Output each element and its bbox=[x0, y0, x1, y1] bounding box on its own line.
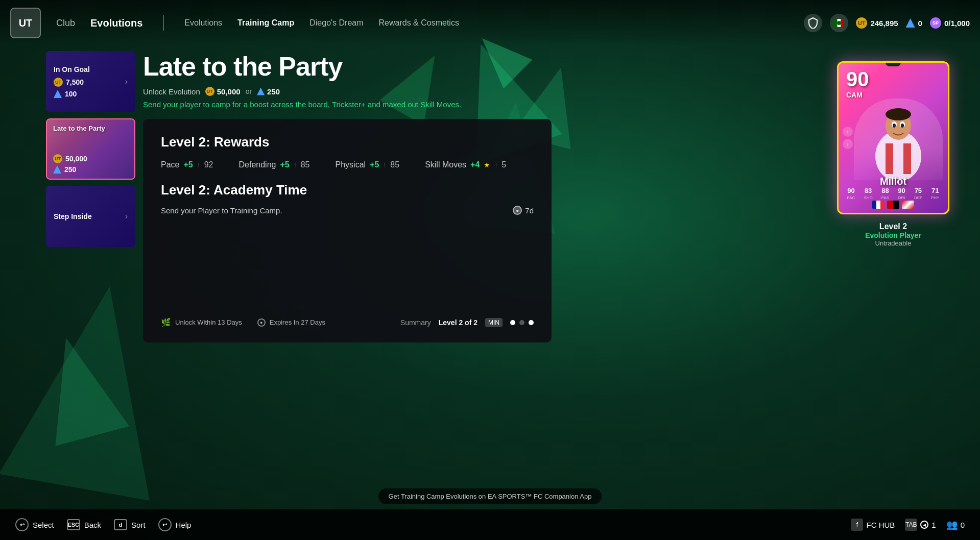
bottom-bar: ↩ Select ESC Back d Sort ↩ Help f FC HUB… bbox=[0, 509, 980, 540]
sort-key-icon: d bbox=[114, 519, 127, 530]
stat-value-physical: 85 bbox=[390, 160, 399, 169]
help-label: Help bbox=[176, 521, 192, 529]
cost-coins-1: UT 7,500 bbox=[54, 78, 90, 87]
nav-club[interactable]: Club bbox=[56, 18, 75, 29]
unlock-cost-pts: 250 bbox=[257, 87, 280, 96]
expire-clock-icon: ● bbox=[257, 318, 266, 327]
pts-amount-1: 100 bbox=[65, 90, 77, 98]
left-sidebar: In On Goal UT 7,500 100 › Late to the Pa… bbox=[46, 51, 135, 247]
stat-value-pace: 92 bbox=[204, 160, 213, 169]
club-badge bbox=[902, 201, 914, 209]
level-dot-1 bbox=[510, 320, 515, 325]
sidebar-card-label-2: Late to the Party bbox=[53, 125, 128, 132]
unlock-within-item: 🌿 Unlock Within 13 Days bbox=[161, 317, 242, 327]
unlock-pts: 250 bbox=[267, 87, 280, 96]
stat-name-pace: Pace bbox=[161, 160, 179, 169]
svg-point-12 bbox=[901, 124, 904, 128]
card-stat-phy: 71 PHY bbox=[931, 187, 939, 200]
level-indicator: Level 2 of 2 bbox=[439, 318, 477, 327]
card-stat-dri: 90 DRI bbox=[898, 187, 905, 200]
bottom-right: f FC HUB TAB ◄ 1 👥 0 bbox=[851, 519, 965, 531]
tab-icon: TAB bbox=[905, 519, 917, 531]
stat-sho-value: 83 bbox=[865, 187, 872, 194]
player-silhouette bbox=[854, 99, 943, 180]
arrow-down: ↓ bbox=[843, 139, 853, 149]
academy-content: Send your Player to Training Camp. ● 7d bbox=[161, 206, 534, 215]
card-arrows: ↑ ↓ bbox=[843, 127, 853, 149]
star-icon-skill: ★ bbox=[484, 161, 490, 169]
fc-hub-label: FC HUB bbox=[866, 521, 895, 529]
point-icon-sidebar-2 bbox=[53, 165, 61, 174]
nav-diegos-dream[interactable]: Diego's Dream bbox=[309, 18, 363, 28]
nav-links: Club Evolutions Evolutions Training Camp… bbox=[56, 15, 804, 31]
coins-display: UT 246,895 bbox=[856, 17, 898, 29]
card-stat-pac: 90 PAC bbox=[847, 187, 855, 200]
svg-rect-2 bbox=[841, 19, 845, 27]
sort-button[interactable]: d Sort bbox=[114, 519, 146, 530]
stat-boost-skill: +4 bbox=[470, 160, 480, 169]
footer-left: 🌿 Unlock Within 13 Days ● Expires In 27 … bbox=[161, 317, 325, 327]
reward-physical: Physical +5 ↑ 85 bbox=[336, 160, 400, 169]
pts-icon-unlock bbox=[257, 88, 265, 95]
sidebar-card-costs-2: UT 50,000 250 bbox=[53, 154, 128, 174]
france-flag bbox=[872, 201, 885, 209]
nav-separator bbox=[163, 15, 164, 31]
f-icon: f bbox=[851, 519, 863, 531]
nav-rewards-cosmetics[interactable]: Rewards & Cosmetics bbox=[379, 18, 459, 28]
flag-icon-btn[interactable] bbox=[830, 14, 848, 32]
unlock-info: Unlock Evolution UT 50,000 or 250 bbox=[143, 87, 949, 96]
card-evo-text: Evolution Player bbox=[865, 231, 921, 239]
sidebar-item-step-inside[interactable]: Step Inside › bbox=[46, 186, 135, 247]
summary-label: Summary bbox=[400, 318, 431, 327]
players-count-item[interactable]: 👥 0 bbox=[946, 519, 965, 530]
active-card-content: Late to the Party UT 50,000 250 bbox=[47, 119, 134, 179]
academy-description: Send your Player to Training Camp. bbox=[161, 206, 282, 215]
page-title: Late to the Party bbox=[143, 51, 949, 82]
help-button[interactable]: ↩ Help bbox=[158, 518, 192, 531]
logo-area[interactable]: UT bbox=[10, 8, 41, 38]
fc-hub-item[interactable]: f FC HUB bbox=[851, 519, 895, 531]
stat-dri-value: 90 bbox=[898, 187, 905, 194]
rewards-panel: Level 2: Rewards Pace +5 ↑ 92 Defending … bbox=[143, 119, 552, 342]
stat-phy-label: PHY bbox=[931, 195, 939, 200]
stat-arrow-physical: ↑ bbox=[383, 161, 386, 168]
select-label: Select bbox=[33, 521, 54, 529]
stat-dri-label: DRI bbox=[898, 195, 905, 200]
arrow-up: ↑ bbox=[843, 127, 853, 137]
shield-icon-btn[interactable] bbox=[804, 14, 822, 32]
nav-evolutions-sub[interactable]: Evolutions bbox=[184, 18, 222, 28]
stat-arrow-skill: ↑ bbox=[494, 161, 497, 168]
svg-point-11 bbox=[893, 124, 896, 128]
sp-amount: 0/1,000 bbox=[944, 19, 970, 28]
level2-academy-title: Level 2: Academy Time bbox=[161, 182, 534, 198]
svg-rect-5 bbox=[886, 143, 893, 174]
card-stats-row: 90 PAC 83 SHO 88 PAS 90 DRI 75 DEF 71 PH… bbox=[843, 187, 944, 200]
unlock-cost-coins: UT 50,000 bbox=[205, 87, 241, 96]
reward-defending: Defending +5 ↑ 85 bbox=[239, 160, 310, 169]
level-dot-3 bbox=[529, 320, 534, 325]
stat-def-label: DEF bbox=[914, 195, 922, 200]
sidebar-card-label-3: Step Inside bbox=[54, 212, 92, 220]
sidebar-item-in-on-goal[interactable]: In On Goal UT 7,500 100 › bbox=[46, 51, 135, 112]
back-button[interactable]: ESC Back bbox=[67, 519, 101, 530]
svg-rect-6 bbox=[903, 143, 911, 174]
level-dots bbox=[510, 320, 534, 325]
reward-pace: Pace +5 ↑ 92 bbox=[161, 160, 213, 169]
footer-right: Summary Level 2 of 2 MIN bbox=[400, 318, 534, 327]
bottom-left: ↩ Select ESC Back d Sort ↩ Help bbox=[15, 518, 191, 531]
player-image-area bbox=[854, 99, 943, 180]
sp-icon: SP bbox=[930, 17, 941, 29]
select-button[interactable]: ↩ Select bbox=[15, 518, 54, 531]
back-label: Back bbox=[84, 521, 101, 529]
level-dot-2 bbox=[519, 320, 524, 325]
sidebar-item-late-to-party[interactable]: Late to the Party UT 50,000 250 bbox=[46, 118, 135, 180]
card-player-name: Millot bbox=[839, 176, 948, 187]
nav-evolutions[interactable]: Evolutions bbox=[90, 17, 142, 29]
help-key-icon: ↩ bbox=[158, 518, 172, 531]
logo: UT bbox=[10, 8, 41, 38]
nav-training-camp[interactable]: Training Camp bbox=[237, 18, 294, 28]
page-nav-item[interactable]: TAB ◄ 1 bbox=[905, 519, 936, 531]
companion-banner: Get Training Camp Evolutions on EA SPORT… bbox=[378, 488, 602, 504]
level-box: MIN bbox=[485, 318, 503, 327]
coin-icon-sidebar-1: UT bbox=[54, 78, 63, 87]
